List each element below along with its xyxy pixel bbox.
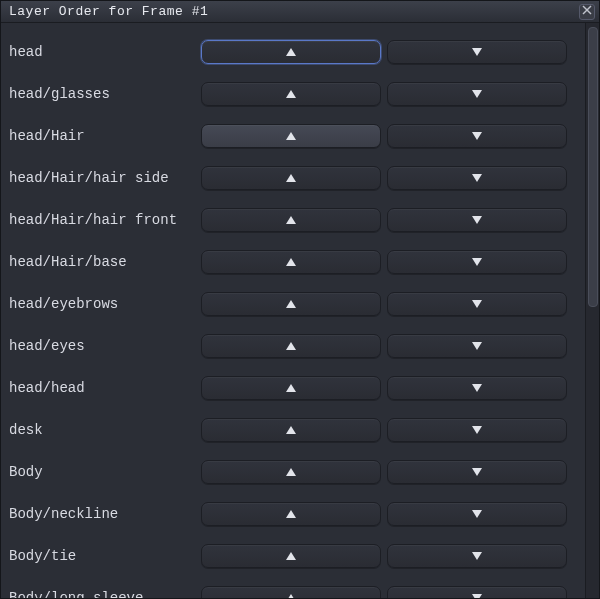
svg-marker-12: [286, 258, 296, 266]
move-down-button[interactable]: [387, 544, 567, 568]
layer-row: Body/tie: [9, 535, 581, 577]
move-down-button[interactable]: [387, 208, 567, 232]
triangle-up-icon: [286, 213, 296, 228]
move-up-button[interactable]: [201, 502, 381, 526]
layer-row: head/Hair/hair front: [9, 199, 581, 241]
move-down-button[interactable]: [387, 292, 567, 316]
move-down-button[interactable]: [387, 40, 567, 64]
move-down-button[interactable]: [387, 586, 567, 598]
svg-marker-11: [472, 216, 482, 224]
layer-label: head/eyes: [9, 338, 195, 354]
svg-marker-19: [472, 384, 482, 392]
svg-marker-5: [472, 90, 482, 98]
move-up-button[interactable]: [201, 460, 381, 484]
svg-marker-6: [286, 132, 296, 140]
svg-marker-4: [286, 90, 296, 98]
svg-marker-13: [472, 258, 482, 266]
move-up-button[interactable]: [201, 40, 381, 64]
layer-label: head/glasses: [9, 86, 195, 102]
scrollbar[interactable]: [585, 23, 599, 598]
triangle-up-icon: [286, 339, 296, 354]
move-up-button[interactable]: [201, 334, 381, 358]
move-down-button[interactable]: [387, 82, 567, 106]
layer-row: head/eyes: [9, 325, 581, 367]
triangle-down-icon: [472, 297, 482, 312]
move-down-button[interactable]: [387, 418, 567, 442]
triangle-up-icon: [286, 423, 296, 438]
layer-row: head/Hair: [9, 115, 581, 157]
move-down-button[interactable]: [387, 166, 567, 190]
triangle-down-icon: [472, 381, 482, 396]
svg-marker-8: [286, 174, 296, 182]
move-down-button[interactable]: [387, 124, 567, 148]
svg-marker-18: [286, 384, 296, 392]
layer-row: desk: [9, 409, 581, 451]
layer-label: Body/neckline: [9, 506, 195, 522]
triangle-down-icon: [472, 591, 482, 599]
triangle-down-icon: [472, 507, 482, 522]
move-up-button[interactable]: [201, 82, 381, 106]
layer-row: head/eyebrows: [9, 283, 581, 325]
triangle-up-icon: [286, 255, 296, 270]
triangle-up-icon: [286, 465, 296, 480]
move-up-button[interactable]: [201, 124, 381, 148]
layer-row: head/Hair/hair side: [9, 157, 581, 199]
triangle-down-icon: [472, 465, 482, 480]
triangle-down-icon: [472, 171, 482, 186]
svg-marker-2: [286, 48, 296, 56]
triangle-up-icon: [286, 591, 296, 599]
close-button[interactable]: [579, 4, 595, 20]
move-down-button[interactable]: [387, 250, 567, 274]
triangle-up-icon: [286, 381, 296, 396]
svg-marker-20: [286, 426, 296, 434]
layer-row: head/Hair/base: [9, 241, 581, 283]
svg-marker-27: [472, 552, 482, 560]
move-up-button[interactable]: [201, 250, 381, 274]
svg-marker-10: [286, 216, 296, 224]
layer-label: Body/long sleeve: [9, 590, 195, 598]
svg-marker-9: [472, 174, 482, 182]
layer-row: head/glasses: [9, 73, 581, 115]
svg-marker-16: [286, 342, 296, 350]
layer-order-window: Layer Order for Frame #1 headhead/glasse…: [0, 0, 600, 599]
scroll-thumb[interactable]: [588, 27, 598, 307]
layer-label: head/Hair: [9, 128, 195, 144]
layer-label: Body: [9, 464, 195, 480]
move-up-button[interactable]: [201, 166, 381, 190]
content-area: headhead/glasseshead/Hairhead/Hair/hair …: [1, 23, 599, 598]
layer-label: head/Hair/base: [9, 254, 195, 270]
triangle-down-icon: [472, 87, 482, 102]
svg-marker-15: [472, 300, 482, 308]
move-up-button[interactable]: [201, 376, 381, 400]
move-up-button[interactable]: [201, 418, 381, 442]
triangle-down-icon: [472, 45, 482, 60]
move-up-button[interactable]: [201, 292, 381, 316]
layer-label: head: [9, 44, 195, 60]
move-up-button[interactable]: [201, 208, 381, 232]
layer-label: head/Hair/hair front: [9, 212, 195, 228]
layer-row: head: [9, 31, 581, 73]
svg-marker-28: [286, 594, 296, 599]
layer-label: Body/tie: [9, 548, 195, 564]
triangle-down-icon: [472, 423, 482, 438]
layer-list: headhead/glasseshead/Hairhead/Hair/hair …: [1, 23, 585, 598]
triangle-down-icon: [472, 339, 482, 354]
move-down-button[interactable]: [387, 334, 567, 358]
layer-label: desk: [9, 422, 195, 438]
move-up-button[interactable]: [201, 544, 381, 568]
triangle-up-icon: [286, 549, 296, 564]
triangle-up-icon: [286, 129, 296, 144]
triangle-down-icon: [472, 213, 482, 228]
svg-marker-17: [472, 342, 482, 350]
svg-marker-26: [286, 552, 296, 560]
layer-label: head/Hair/hair side: [9, 170, 195, 186]
move-down-button[interactable]: [387, 502, 567, 526]
move-down-button[interactable]: [387, 376, 567, 400]
layer-row: Body: [9, 451, 581, 493]
move-up-button[interactable]: [201, 586, 381, 598]
svg-marker-24: [286, 510, 296, 518]
layer-row: head/head: [9, 367, 581, 409]
layer-row: Body/neckline: [9, 493, 581, 535]
triangle-up-icon: [286, 87, 296, 102]
move-down-button[interactable]: [387, 460, 567, 484]
